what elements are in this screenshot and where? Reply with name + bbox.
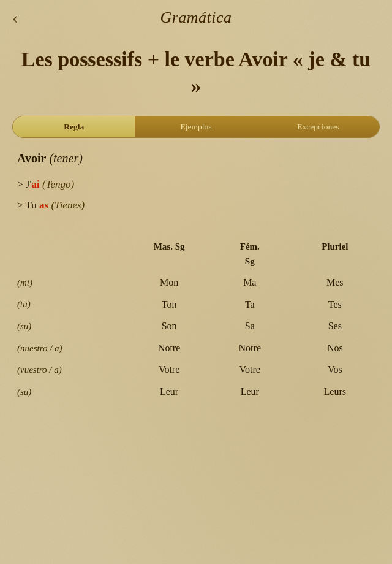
cell-plural-5: Leurs [290,381,380,403]
tab-ejemplos[interactable]: Ejemplos [135,116,257,137]
table-row: (su) Son Sa Ses [12,315,380,337]
page-content: ‹ Gramática Les possessifs + le verbe Av… [0,0,392,564]
cell-fem-1: Ta [209,294,290,316]
cell-label-3: (nuestro / a) [12,337,129,359]
tabs-container: Regla Ejemplos Excepciones [0,116,392,138]
table-row: (mi) Mon Ma Mes [12,272,380,294]
example-1-prefix: > J' [17,178,32,190]
avoir-title: Avoir (tener) [17,151,375,166]
cell-label-4: (vuestro / a) [12,359,129,381]
table-row: (su) Leur Leur Leurs [12,381,380,403]
header: ‹ Gramática [0,0,392,36]
example-2: > Tu as (Tienes) [17,197,375,213]
cell-plural-2: Ses [290,315,380,337]
cell-fem-5: Leur [209,381,290,403]
example-1: > J'ai (Tengo) [17,177,375,192]
cell-mas-3: Notre [129,337,209,359]
cell-label-1: (tu) [12,294,129,316]
cell-mas-5: Leur [129,381,209,403]
main-title: Les possessifs + le verbe Avoir « je & t… [0,36,392,105]
example-2-prefix: > Tu [17,199,39,211]
table-row: (nuestro / a) Notre Notre Nos [12,337,380,359]
table-row: (tu) Ton Ta Tes [12,294,380,316]
example-1-highlight: ai [32,178,40,190]
cell-label-2: (su) [12,315,129,337]
avoir-word: Avoir [17,151,46,165]
cell-plural-0: Mes [290,272,380,294]
avoir-translation: (tener) [49,151,82,165]
back-button[interactable]: ‹ [12,9,18,26]
cell-fem-2: Sa [209,315,290,337]
cell-fem-0: Ma [209,272,290,294]
cell-plural-3: Nos [290,337,380,359]
page-title: Gramática [160,9,232,27]
tab-regla[interactable]: Regla [13,116,135,137]
tabs-row: Regla Ejemplos Excepciones [12,116,380,138]
table-body: (mi) Mon Ma Mes (tu) Ton Ta Tes (su) Son… [12,272,380,403]
cell-fem-4: Votre [209,359,290,381]
th-fem: Fém. Sg [209,236,290,272]
th-plural: Pluriel [290,236,380,272]
example-1-suffix: (Tengo) [40,178,75,190]
th-label [12,236,129,272]
cell-mas-2: Son [129,315,209,337]
table-row: (vuestro / a) Votre Votre Vos [12,359,380,381]
cell-mas-4: Votre [129,359,209,381]
example-2-highlight: as [39,199,48,211]
cell-plural-1: Tes [290,294,380,316]
cell-label-5: (su) [12,381,129,403]
table-section: Mas. Sg Fém. Sg Pluriel (mi) Mon Ma Mes … [0,224,392,409]
cell-mas-0: Mon [129,272,209,294]
cell-mas-1: Ton [129,294,209,316]
example-2-suffix: (Tienes) [48,199,85,211]
possessives-table: Mas. Sg Fém. Sg Pluriel (mi) Mon Ma Mes … [12,236,380,403]
body-content: Avoir (tener) > J'ai (Tengo) > Tu as (Ti… [0,138,392,224]
th-mas: Mas. Sg [129,236,209,272]
cell-label-0: (mi) [12,272,129,294]
table-header-row: Mas. Sg Fém. Sg Pluriel [12,236,380,272]
cell-plural-4: Vos [290,359,380,381]
tab-excepciones[interactable]: Excepciones [257,116,379,137]
cell-fem-3: Notre [209,337,290,359]
